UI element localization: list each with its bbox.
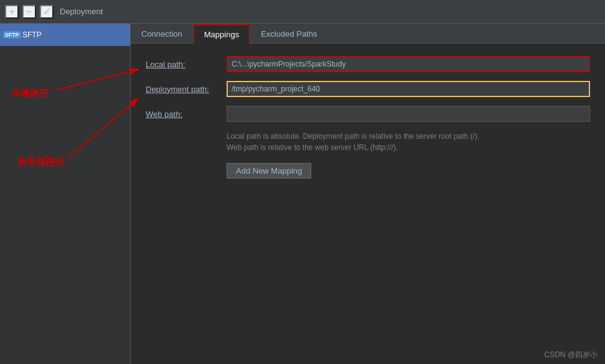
header-bar: + − ✓ Deployment: [0, 0, 605, 24]
tab-bar: Connection Mappings Excluded Paths: [131, 24, 605, 44]
web-path-input[interactable]: [227, 106, 590, 122]
content-area: Connection Mappings Excluded Paths Local…: [131, 24, 605, 364]
form-area: Local path: Deployment path: Web path: L…: [131, 44, 605, 364]
deployment-path-label: Deployment path:: [146, 85, 227, 94]
tab-connection[interactable]: Connection: [131, 24, 193, 43]
deployment-path-input[interactable]: [227, 81, 590, 97]
hint-line2: Web path is relative to the web server U…: [227, 142, 590, 153]
sidebar-item-sftp[interactable]: SFTP SFTP: [0, 24, 130, 46]
tab-mappings[interactable]: Mappings: [193, 24, 250, 44]
main-layout: SFTP SFTP Connection Mappings Excluded P…: [0, 24, 605, 364]
add-button[interactable]: +: [5, 5, 19, 19]
tab-excluded-paths[interactable]: Excluded Paths: [250, 24, 327, 43]
apply-button[interactable]: ✓: [40, 5, 54, 19]
hint-line1: Local path is absolute. Deployment path …: [227, 131, 590, 142]
web-path-label: Web path:: [146, 110, 227, 119]
sftp-icon-container: SFTP: [5, 28, 19, 42]
web-path-row: Web path:: [146, 106, 590, 122]
hint-text: Local path is absolute. Deployment path …: [146, 131, 590, 153]
sidebar: SFTP SFTP: [0, 24, 131, 364]
deployment-path-row: Deployment path:: [146, 81, 590, 97]
remove-button[interactable]: −: [22, 5, 36, 19]
sftp-icon: SFTP: [3, 31, 21, 39]
local-path-input[interactable]: [227, 56, 590, 72]
footer: CSDN @四岁小: [544, 350, 598, 360]
sidebar-item-label: SFTP: [22, 30, 42, 39]
window-title: Deployment: [60, 7, 103, 16]
local-path-row: Local path:: [146, 56, 590, 72]
local-path-label: Local path:: [146, 60, 227, 69]
footer-text: CSDN @四岁小: [544, 350, 598, 359]
add-mapping-button[interactable]: Add New Mapping: [227, 163, 311, 179]
